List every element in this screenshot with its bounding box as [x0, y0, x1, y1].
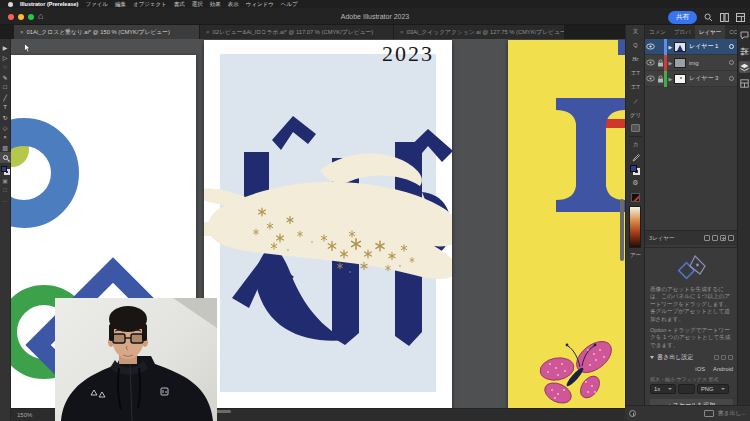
target-circle-icon[interactable]: [729, 60, 734, 65]
menu-edit[interactable]: 編集: [115, 1, 126, 8]
menu-object[interactable]: オブジェクト: [133, 1, 167, 8]
direct-selection-tool[interactable]: ▷: [0, 52, 11, 62]
layer-name[interactable]: レイヤー 1: [686, 42, 729, 51]
visibility-eye-icon[interactable]: [645, 59, 656, 66]
font-preview-icon[interactable]: He: [626, 56, 645, 62]
comments-panel-icon[interactable]: [739, 29, 750, 41]
layer-thumbnail: [674, 58, 686, 68]
mouse-cursor: [24, 43, 31, 53]
layers-list: ▶ レイヤー 1 ▶ img: [645, 39, 738, 87]
rectangle-tool[interactable]: □: [0, 82, 11, 92]
close-tab-icon[interactable]: ×: [20, 29, 24, 35]
export-button[interactable]: 書き出し...: [718, 409, 746, 418]
layer-row-1[interactable]: ▶ レイヤー 1: [645, 39, 738, 55]
format-select[interactable]: PNG: [697, 384, 729, 394]
artboard-tool[interactable]: ▥: [0, 142, 11, 152]
type-tool[interactable]: T: [0, 102, 11, 112]
menu-type[interactable]: 書式: [174, 1, 185, 8]
settings-icon-2[interactable]: [721, 355, 726, 360]
layer-row-3[interactable]: ▶ レイヤー 3: [645, 71, 738, 87]
layers-panel-icon[interactable]: [739, 61, 750, 73]
expand-chevron-icon[interactable]: ▶: [667, 76, 674, 82]
fill-stroke-swatches[interactable]: [1, 166, 10, 175]
document-tab-2[interactable]: × 02レビュー&Ai_IDコラボ.ai* @ 117.07 % (CMYK/プ…: [200, 25, 393, 39]
vertical-scrollbar[interactable]: [620, 199, 624, 261]
settings-icon-1[interactable]: [714, 355, 719, 360]
share-button[interactable]: 共有: [668, 11, 697, 24]
rotate-tool[interactable]: ↻: [0, 112, 11, 122]
fill-stroke-panel-icon[interactable]: [630, 165, 640, 175]
cc-libraries-panel-icon[interactable]: [739, 77, 750, 89]
lasso-tool[interactable]: ◌: [0, 62, 11, 72]
screen-mode-button[interactable]: □: [0, 185, 11, 195]
target-circle-icon[interactable]: [729, 44, 734, 49]
touch-type-panel-icon[interactable]: 工T: [626, 70, 645, 77]
menu-view[interactable]: 表示: [228, 1, 239, 8]
presenter-illustration: [55, 298, 217, 421]
character-panel-icon[interactable]: 文: [626, 28, 645, 35]
android-preset-button[interactable]: Android: [713, 366, 733, 372]
target-circle-icon[interactable]: [729, 76, 734, 81]
apple-logo-icon[interactable]: [8, 2, 13, 7]
appearance-panel-icon[interactable]: アー: [626, 252, 645, 259]
layer-thumbnail: [674, 74, 686, 84]
tab-layers[interactable]: レイヤー: [695, 25, 725, 39]
close-tab-icon[interactable]: ×: [400, 29, 404, 35]
zoom-level-select[interactable]: 150%: [17, 412, 32, 418]
info-icon[interactable]: [629, 410, 636, 417]
tab-properties[interactable]: プロパ: [670, 25, 695, 39]
pen-tool[interactable]: ✎: [0, 72, 11, 82]
menu-help[interactable]: ヘルプ: [281, 1, 298, 8]
color-panel-icon[interactable]: カ: [626, 141, 645, 148]
ios-preset-button[interactable]: iOS: [695, 366, 705, 372]
layer-name[interactable]: レイヤー 3: [686, 74, 729, 83]
close-tab-icon[interactable]: ×: [206, 29, 210, 35]
expand-chevron-icon[interactable]: ▶: [667, 60, 674, 66]
visibility-eye-icon[interactable]: [645, 75, 656, 82]
expand-chevron-icon[interactable]: ▶: [667, 44, 674, 50]
glyphs-panel-icon[interactable]: グリ: [626, 112, 645, 119]
scale-select[interactable]: 1x: [650, 384, 676, 394]
settings-gear-icon[interactable]: ⚙: [626, 179, 645, 187]
toolbar-overflow-button[interactable]: …: [0, 195, 11, 205]
app-menu-name[interactable]: Illustrator (Prerelease): [20, 1, 78, 7]
arrange-documents-icon[interactable]: [719, 13, 729, 23]
none-swatch-icon[interactable]: [631, 193, 640, 202]
layer-row-2[interactable]: ▶ img: [645, 55, 738, 71]
workspace-switcher-icon[interactable]: [735, 13, 745, 23]
document-tab-3[interactable]: × 03Ai_クイックアクション.ai @ 127.75 % (CMYK/プレビ…: [394, 25, 564, 39]
settings-icon-3[interactable]: [728, 355, 733, 360]
zoom-tool[interactable]: [0, 152, 11, 163]
fill-swatch[interactable]: [1, 166, 7, 172]
draw-mode-button[interactable]: ▣: [0, 175, 11, 185]
line-tool[interactable]: ╱: [0, 92, 11, 102]
menu-file[interactable]: ファイル: [85, 1, 108, 8]
menu-window[interactable]: ウィンドウ: [246, 1, 274, 8]
search-panel-icon[interactable]: Q: [626, 42, 645, 48]
export-settings-header[interactable]: 書き出し設定: [650, 353, 733, 362]
clipping-mask-icon[interactable]: [704, 235, 710, 241]
document-tab-1[interactable]: × 01Ai_クロスと重なり.ai* @ 150 % (CMYK/プレビュー): [14, 25, 199, 39]
visibility-eye-icon[interactable]: [645, 43, 656, 50]
menu-effect[interactable]: 効果: [210, 1, 221, 8]
properties-panel-icon[interactable]: [739, 45, 750, 57]
new-sublayer-icon[interactable]: [712, 235, 718, 241]
lock-icon[interactable]: [656, 59, 664, 67]
brush-panel-icon[interactable]: ノ: [626, 98, 645, 105]
eyedropper-icon[interactable]: [626, 154, 645, 163]
artboard-panel-icon[interactable]: [631, 124, 640, 132]
suffix-field[interactable]: [678, 384, 695, 394]
menu-select[interactable]: 選択: [192, 1, 203, 8]
search-icon[interactable]: [703, 13, 713, 23]
lock-icon[interactable]: [656, 75, 664, 83]
document-tab-label: 01Ai_クロスと重なり.ai* @ 150 % (CMYK/プレビュー): [27, 28, 171, 37]
new-layer-icon[interactable]: [720, 235, 726, 241]
tab-comments[interactable]: コメン: [645, 25, 670, 39]
delete-layer-icon[interactable]: [728, 235, 734, 241]
gradient-panel-icon[interactable]: [629, 206, 641, 248]
layer-name[interactable]: img: [686, 60, 729, 66]
paragraph-panel-icon[interactable]: 工T: [626, 84, 645, 91]
scissors-tool[interactable]: ×: [0, 132, 11, 142]
selection-tool[interactable]: ▶: [0, 42, 11, 52]
shape-builder-tool[interactable]: ◇: [0, 122, 11, 132]
